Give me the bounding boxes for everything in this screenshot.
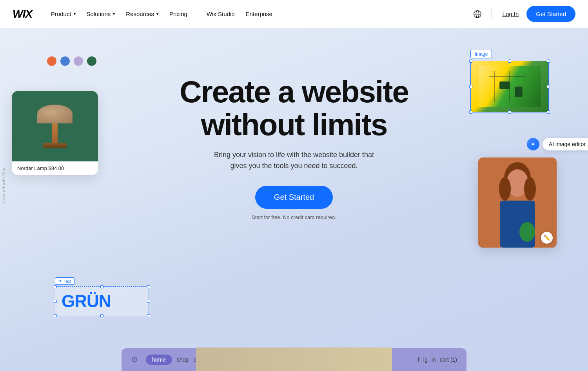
handle-bottom-right (547, 110, 550, 114)
cart-label[interactable]: cart (1) (440, 357, 457, 363)
text-handle-tr (147, 285, 150, 288)
hero-section: Nordar Lamp $84.00 Create a website with… (0, 28, 588, 371)
get-started-nav-button[interactable]: Get Started (526, 6, 575, 22)
nav-links: Product ▾ Solutions ▾ Resources ▾ Pricin… (46, 7, 473, 20)
color-palette (47, 56, 96, 66)
preview-nav-shop[interactable]: shop (177, 357, 189, 363)
text-handle-bl (54, 314, 57, 317)
lamp-product-card: Nordar Lamp $84.00 (12, 91, 98, 175)
handle-mid-left (469, 85, 472, 88)
nav-divider-2 (491, 9, 492, 19)
handle-top-mid (508, 60, 511, 63)
nav-resources[interactable]: Resources ▾ (121, 7, 163, 20)
ai-icon: ✦ (527, 138, 539, 150)
image-widget-box (470, 61, 549, 112)
circuit-board-image (471, 61, 548, 112)
hero-subtitle: Bring your vision to life with the websi… (208, 150, 380, 172)
chevron-down-icon: ▾ (74, 12, 76, 16)
hero-content: Create a website without limits Bring yo… (180, 75, 408, 220)
handle-bottom-mid (508, 110, 511, 114)
lamp-base (43, 143, 67, 148)
color-dot-lavender (74, 56, 83, 66)
text-handle-bm (100, 314, 103, 317)
chevron-down-icon: ▾ (113, 12, 115, 16)
facebook-icon[interactable]: f (418, 357, 419, 363)
svg-rect-6 (499, 81, 510, 89)
image-editor-widget: Image (470, 50, 549, 112)
text-editor-widget: ✦ Text GRÜN (55, 277, 149, 316)
preview-nav-home[interactable]: home (146, 355, 172, 365)
handle-mid-right (547, 85, 550, 88)
svg-point-13 (524, 177, 536, 201)
svg-point-12 (499, 177, 511, 201)
ai-badge-label: AI image editor (543, 138, 588, 150)
nav-enterprise[interactable]: Enterprise (241, 7, 277, 20)
svg-rect-7 (515, 87, 523, 97)
ai-image-editor-badge: ✦ AI image editor (527, 138, 588, 150)
woman-photo-card: ✏️ (478, 157, 557, 248)
linkedin-icon[interactable]: in (432, 357, 436, 363)
nav-pricing[interactable]: Pricing (165, 7, 192, 20)
woman-image: ✏️ (478, 157, 557, 248)
gear-icon[interactable]: ⚙ (131, 355, 138, 364)
preview-right-area: f ig in cart (1) (418, 357, 457, 363)
lamp-image (12, 91, 98, 161)
hero-fine-print: Start for free. No credit card required. (252, 214, 336, 220)
text-handle-br (147, 314, 150, 317)
edit-pencil-icon[interactable]: ✏️ (541, 232, 553, 244)
text-tag-label: ✦ Text (55, 277, 75, 285)
image-tag-label: Image (470, 50, 492, 58)
lamp-stem (52, 123, 58, 143)
nav-wix-studio[interactable]: Wix Studio (202, 7, 240, 20)
text-handle-mr (147, 300, 150, 303)
created-with-wix-label: Created with Wix (0, 0, 7, 371)
lamp-illustration (37, 105, 73, 148)
color-dot-green (87, 56, 96, 66)
handle-top-left (469, 60, 472, 63)
nav-right: Log In Get Started (473, 6, 575, 22)
content-strip (196, 347, 392, 371)
hero-title: Create a website without limits (180, 75, 408, 141)
color-dot-orange (47, 56, 56, 66)
text-handle-tl (54, 285, 57, 288)
lamp-head (37, 105, 73, 123)
color-dot-blue (60, 56, 70, 66)
globe-icon[interactable] (473, 10, 482, 18)
text-widget-box: GRÜN (55, 286, 149, 316)
login-button[interactable]: Log In (501, 7, 521, 20)
navigation: WIX Product ▾ Solutions ▾ Resources ▾ Pr… (0, 0, 588, 28)
grun-text-content: GRÜN (62, 291, 142, 311)
instagram-icon[interactable]: ig (423, 357, 428, 363)
circuit-inner (479, 66, 541, 107)
nav-product[interactable]: Product ▾ (46, 7, 80, 20)
handle-bottom-left (469, 110, 472, 114)
nav-divider (197, 9, 197, 19)
nav-solutions[interactable]: Solutions ▾ (82, 7, 120, 20)
handle-top-right (547, 60, 550, 63)
get-started-hero-button[interactable]: Get Started (255, 186, 333, 209)
chevron-down-icon: ▾ (156, 12, 158, 16)
lamp-price-label: Nordar Lamp $84.00 (12, 161, 98, 175)
wix-logo[interactable]: WIX (13, 8, 32, 20)
svg-point-15 (519, 222, 535, 242)
text-handle-ml (54, 300, 57, 303)
text-handle-tm (100, 285, 103, 288)
